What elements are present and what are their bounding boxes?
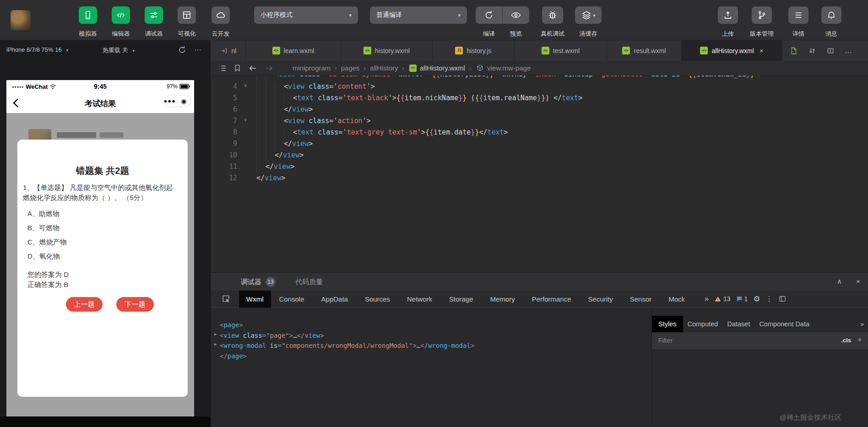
code-line-5[interactable]: 5<text class='text-black'>{{item.nickNam… [211,94,868,105]
compile-mode-select[interactable]: 普通编译 ▾ [370,6,467,24]
inspector-tab-styles[interactable]: Styles [652,316,683,332]
chevron-down-icon: ▾ [66,48,68,53]
new-file-icon[interactable] [790,47,798,55]
dock-side-icon[interactable] [778,295,787,303]
capsule-home-icon[interactable]: ◉ [177,95,191,107]
gear-icon[interactable]: ⚙ [753,294,760,304]
simulator-refresh-button[interactable] [178,45,187,54]
调试器-button[interactable] [145,6,163,24]
simulator-more-button[interactable]: … [194,44,202,52]
back-arrow-icon[interactable] [248,64,258,73]
code-line-4[interactable]: 4∨<view class='content'> [211,82,868,94]
devtools-tab-storage[interactable]: Storage [448,291,474,308]
code-line-11[interactable]: 11</view> [211,162,868,174]
breadcrumb-current-file[interactable]: allHistory.wxml [420,64,465,72]
compare-icon[interactable] [808,47,816,55]
tab-history.wxml[interactable]: <>history.wxml [341,40,433,61]
tab-test.wxml[interactable]: <>test.wxml [515,40,607,61]
wxml-tree-node[interactable]: <page> [211,321,651,331]
kebab-menu-icon[interactable]: ⋮ [766,295,773,303]
code-line-8[interactable]: 8<text class='text-grey text-sm'>{{item.… [211,128,868,140]
next-question-button[interactable]: 下一题 [116,297,154,312]
device-selector[interactable]: iPhone 6/7/8 75% 16 ▾ [6,46,68,53]
上传-button[interactable] [718,6,738,24]
详情-button[interactable] [788,6,808,24]
devtools-tab-security[interactable]: Security [587,291,614,308]
messages-counter[interactable]: 1 [736,295,748,303]
模拟器-button[interactable] [79,6,97,24]
tab-learn.wxml[interactable]: <>learn.wxml [246,40,341,61]
devtools-tab-memory[interactable]: Memory [489,291,516,308]
code-line-12[interactable]: 12</view> [211,174,868,185]
debugger-title[interactable]: 调试器 [241,273,261,291]
collapse-panel-icon[interactable]: ∧ [837,277,842,286]
devtools-tab-sensor[interactable]: Sensor [629,291,653,308]
inspector-overflow-icon[interactable]: » [856,316,868,332]
devtools-tab-console[interactable]: Console [278,291,305,308]
wxml-tree-node[interactable]: ▶<view class="page">…</view> [211,332,651,342]
outline-list-icon[interactable] [218,64,227,73]
devtools-tab-appdata[interactable]: AppData [320,291,349,308]
云开发-button[interactable] [212,6,230,24]
forward-arrow-icon[interactable] [264,64,274,73]
inspector-tab-computed[interactable]: Computed [683,316,723,332]
add-style-icon[interactable]: + [857,335,868,345]
code-line-10[interactable]: 10</view> [211,151,868,162]
breadcrumb-node[interactable]: view.mw-page [487,64,531,72]
user-avatar[interactable] [11,10,31,30]
split-editor-icon[interactable] [826,47,835,54]
code-line-6[interactable]: 6</view> [211,105,868,117]
wxml-tree-panel[interactable]: <page>▶<view class="page">…</view>▶<wron… [211,308,651,427]
hot-reload-toggle[interactable]: 热重载 关 ▾ [103,46,135,54]
style-filter-row: Filter .cls + [652,332,868,349]
wxml-tree-node[interactable]: ▶<wrong-modal is="components/wrongModal/… [211,342,651,352]
expand-arrow-icon[interactable]: ▶ [214,342,220,346]
tab-history.js[interactable]: JShistory.js [433,40,515,61]
code-line-9[interactable]: 9</view> [211,140,868,151]
close-tab-icon[interactable]: × [760,47,764,54]
preview-button[interactable] [503,6,529,24]
filter-input[interactable]: Filter [658,337,841,344]
cls-toggle-button[interactable]: .cls [841,337,851,344]
compile-button[interactable] [476,6,502,24]
tab-label: test.wxml [553,47,580,54]
clear-cache-button[interactable]: ▾ [575,6,602,24]
breadcrumb-segment[interactable]: allHistory [370,64,398,72]
prev-question-button[interactable]: 上一题 [66,297,103,312]
inspect-element-icon[interactable] [222,294,231,303]
close-panel-icon[interactable]: × [856,277,860,285]
fold-chevron-icon[interactable]: ∨ [241,117,250,123]
expand-arrow-icon[interactable]: ▶ [214,332,220,336]
mode-select[interactable]: 小程序模式 ▾ [254,6,358,24]
版本管理-button[interactable] [752,6,772,24]
devtools-tab-sources[interactable]: Sources [364,291,391,308]
code-line-3[interactable]: <view class='cu-item dynamic' wx:for="{{… [211,76,868,81]
devtools-tab-mock[interactable]: Mock [667,291,686,308]
fold-chevron-icon[interactable]: ∨ [241,82,250,88]
code-line-7[interactable]: 7∨<view class='action'> [211,117,868,128]
tab-pinned-nl[interactable]: nl [211,40,246,61]
devtools-tab-performance[interactable]: Performance [531,291,572,308]
phone-screen[interactable]: ●●●●● WeChat 9:45 97% 考试结果 [6,80,194,416]
devtools-tab-wxml[interactable]: Wxml [239,291,271,308]
overflow-chevrons-icon[interactable]: » [705,295,709,303]
可视化-button[interactable] [178,6,196,24]
more-actions-icon[interactable]: … [845,47,852,55]
inspector-tab-dataset[interactable]: Dataset [722,316,754,332]
tab-allHistory.wxml[interactable]: <>allHistory.wxml× [682,40,782,61]
wxml-tree-node[interactable]: </page> [211,352,651,362]
devtools-tab-network[interactable]: Network [406,291,433,308]
inspector-tab-component-data[interactable]: Component Data [754,316,814,332]
breadcrumb-segment[interactable]: miniprogram [293,64,331,72]
tab-code-quality[interactable]: 代码质量 [295,273,323,291]
styles-inspector-panel: StylesComputedDatasetComponent Data» Fil… [651,308,868,427]
breadcrumb-segment[interactable]: pages [341,64,360,72]
编辑器-button[interactable] [112,6,130,24]
warnings-counter[interactable]: 13 [714,295,731,303]
code-editor[interactable]: <view class='cu-item dynamic' wx:for="{{… [211,76,868,272]
device-debug-button[interactable] [542,6,563,24]
capsule-more-icon[interactable]: ●●● [163,96,177,107]
bookmark-icon[interactable] [233,64,241,72]
tab-result.wxml[interactable]: <>result.wxml [607,40,682,61]
消息-button[interactable] [821,6,841,24]
